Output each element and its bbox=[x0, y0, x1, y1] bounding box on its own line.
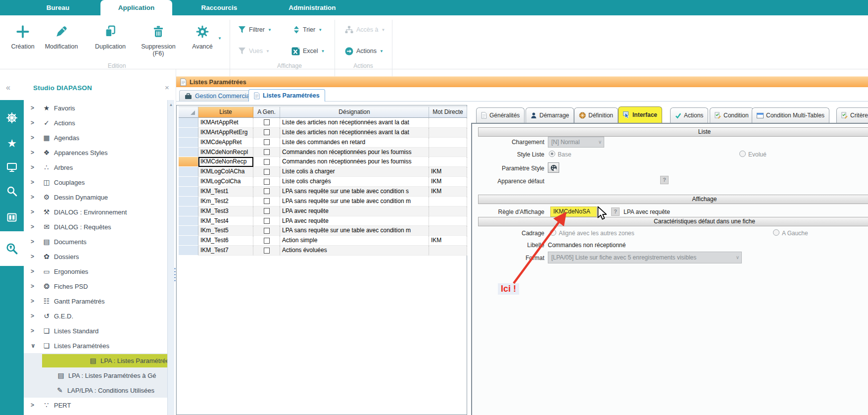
tree-item-pert[interactable]: >∵PERT bbox=[24, 398, 167, 413]
table-row[interactable]: IKMArtAppRetErgListe des articles non ré… bbox=[179, 128, 467, 138]
actions-button[interactable]: Actions▼ bbox=[345, 45, 384, 57]
agen-checkbox[interactable] bbox=[264, 139, 270, 145]
tree-item-gantt-parametres[interactable]: >☷Gantt Paramétrés bbox=[24, 294, 167, 309]
column-header-agen[interactable]: A Gen. bbox=[253, 106, 280, 118]
condition-icon bbox=[841, 112, 848, 119]
scroll-up-icon[interactable]: ▲ bbox=[168, 100, 174, 107]
table-row[interactable]: IKMLogColChaListe colis chargésIKM bbox=[179, 177, 467, 187]
detail-tab-interface[interactable]: Interface bbox=[618, 106, 662, 123]
tree-item-apparences-styles[interactable]: >❖Apparences Styles bbox=[24, 145, 167, 160]
tree-item-agendas[interactable]: >▦Agendas bbox=[24, 130, 167, 145]
columns-icon[interactable] bbox=[0, 206, 24, 229]
table-row[interactable]: IKm_Test2LPA sans requête sur une table … bbox=[179, 197, 467, 207]
group-caption-edition: Edition bbox=[87, 62, 146, 69]
excel-button[interactable]: Excel▼ bbox=[291, 45, 325, 57]
table-row[interactable]: IKMCdeNonRecplCommandes non réceptionnée… bbox=[179, 148, 467, 157]
tree-item-dialog-environnement[interactable]: >⚒DIALOG : Environnement bbox=[24, 205, 167, 219]
apparence-help-button[interactable]: ? bbox=[660, 176, 669, 184]
agen-checkbox[interactable] bbox=[264, 119, 270, 125]
tree-item-lpa-listes-parametrees-a-generer[interactable]: ▤LPA : Listes Paramétrées à Gé bbox=[24, 368, 167, 383]
tree-item-documents[interactable]: >▤Documents bbox=[24, 234, 167, 249]
table-row[interactable]: IKM_Test7Actions évoluées bbox=[179, 246, 467, 256]
table-row-selected[interactable]: IKMCdeNonRecpCommandes non réceptionnées… bbox=[179, 157, 467, 167]
filtrer-button[interactable]: Filtrer▼ bbox=[238, 24, 272, 36]
modification-button[interactable]: Modification bbox=[39, 24, 84, 50]
column-header-liste[interactable]: Liste bbox=[198, 106, 253, 118]
edit-icon: ✎ bbox=[55, 386, 65, 394]
creation-button[interactable]: Création bbox=[5, 24, 40, 50]
detail-tab-demarrage[interactable]: Démarrage bbox=[526, 107, 574, 123]
menu-bureau[interactable]: Bureau bbox=[36, 0, 80, 15]
suppression-button[interactable]: Suppression (F6) bbox=[136, 24, 181, 57]
column-header-mot-directeur[interactable]: Mot Directe bbox=[429, 106, 467, 118]
table-row[interactable]: IKMLogColAChaListe colis à chargerIKM bbox=[179, 167, 467, 177]
agen-checkbox[interactable] bbox=[264, 179, 270, 185]
tree-item-listes-parametrees[interactable]: ∨❏Listes Paramétrées bbox=[24, 338, 167, 353]
agen-checkbox[interactable] bbox=[264, 198, 270, 204]
style-evolue-radio bbox=[739, 151, 746, 157]
avance-button[interactable]: Avancé bbox=[188, 24, 217, 50]
detail-tab-condition[interactable]: Condition bbox=[710, 107, 754, 123]
agen-checkbox[interactable] bbox=[264, 238, 270, 244]
table-header-row: Liste A Gen. Désignation Mot Directe bbox=[179, 106, 467, 118]
chargement-select: [N] Normal∨ bbox=[548, 137, 604, 148]
tree-item-ged[interactable]: >↺G.E.D. bbox=[24, 309, 167, 323]
tree-item-listes-standard[interactable]: >❏Listes Standard bbox=[24, 323, 167, 338]
agen-checkbox[interactable] bbox=[264, 169, 270, 175]
star-icon[interactable]: ★ bbox=[0, 132, 24, 156]
agen-checkbox[interactable] bbox=[264, 248, 270, 254]
agen-checkbox[interactable] bbox=[264, 159, 270, 165]
corner-header-cell[interactable] bbox=[179, 106, 198, 118]
agen-checkbox[interactable] bbox=[264, 208, 270, 214]
menu-administration[interactable]: Administration bbox=[283, 0, 341, 15]
tree-item-dossiers[interactable]: >✿Dossiers bbox=[24, 249, 167, 264]
agen-checkbox[interactable] bbox=[264, 188, 270, 194]
agen-checkbox[interactable] bbox=[264, 228, 270, 234]
duplication-button[interactable]: Duplication bbox=[91, 24, 130, 50]
agen-checkbox[interactable] bbox=[264, 218, 270, 224]
tree-item-dialog-requetes[interactable]: >✉DIALOG : Requêtes bbox=[24, 219, 167, 234]
trier-button[interactable]: Trier▼ bbox=[293, 24, 322, 36]
table-row[interactable]: IKM_Test6Action simpleIKM bbox=[179, 236, 467, 246]
regle-help-button[interactable]: ? bbox=[611, 208, 620, 216]
detail-tab-definition[interactable]: Définition bbox=[574, 107, 618, 123]
tree-item-arbres[interactable]: >∴Arbres bbox=[24, 160, 167, 175]
tree-item-couplages[interactable]: >◫Couplages bbox=[24, 175, 167, 190]
table-row[interactable]: IKM_Test4LPA avec requête bbox=[179, 216, 467, 226]
column-header-designation[interactable]: Désignation bbox=[280, 106, 429, 118]
search-icon[interactable] bbox=[0, 179, 24, 203]
tree-item-fiches-psd[interactable]: >❂Fiches PSD bbox=[24, 279, 167, 294]
helm-icon[interactable] bbox=[0, 106, 24, 130]
detail-tab-generalites[interactable]: Généralités bbox=[476, 107, 525, 123]
detail-tab-actions[interactable]: Actions bbox=[670, 107, 708, 123]
tree-item-dessin-dynamique[interactable]: >⚙Dessin Dynamique bbox=[24, 190, 167, 205]
table-row[interactable]: IKM_Test3LPA avec requête bbox=[179, 207, 467, 216]
tree-item-actions[interactable]: >✓Actions bbox=[24, 115, 167, 130]
monitor-icon[interactable] bbox=[0, 156, 24, 179]
tree-item-favoris[interactable]: >★Favoris bbox=[24, 101, 167, 115]
agen-checkbox[interactable] bbox=[264, 129, 270, 135]
detail-tab-criteres[interactable]: Critères bbox=[836, 107, 868, 123]
menu-raccourcis[interactable]: Raccourcis bbox=[197, 0, 241, 15]
tree-item-ergonomies[interactable]: >▭Ergonomies bbox=[24, 264, 167, 279]
regle-affichage-field[interactable]: IKMCdeNoSA bbox=[550, 207, 597, 217]
tree-scrollbar[interactable]: ▲ bbox=[167, 100, 174, 415]
sidebar-close-icon[interactable]: × bbox=[165, 83, 169, 92]
table-row[interactable]: IKm_Test5LPA sans requête sur une table … bbox=[179, 226, 467, 236]
table-row[interactable]: IKMCdeAppRetListe des commandes en retar… bbox=[179, 138, 467, 148]
avance-dropdown-caret[interactable]: ▼ bbox=[218, 36, 222, 41]
agen-checkbox[interactable] bbox=[264, 149, 270, 155]
tree-item-lap-lpa-conditions-utilisees[interactable]: ✎LAP/LPA : Conditions Utilisées bbox=[24, 383, 167, 398]
tree-item-lpa-listes-parametrees[interactable]: ▤ LPA : Listes Paramétrées bbox=[24, 353, 167, 368]
search-pin-icon[interactable] bbox=[0, 231, 24, 266]
table-row[interactable]: IKM_Test1LPA sans requête sur une table … bbox=[179, 187, 467, 197]
menu-application[interactable]: Application bbox=[100, 0, 172, 15]
parametre-style-button[interactable] bbox=[548, 162, 559, 173]
table-row[interactable]: IKMArtAppRetListe des articles non récep… bbox=[179, 118, 467, 128]
org-tree-icon: ∴ bbox=[42, 163, 51, 171]
tab-listes-parametrees[interactable]: Listes Paramétrées bbox=[248, 89, 325, 102]
libelle-value: Commandes non réceptionné bbox=[548, 242, 626, 249]
sidebar-collapse-button[interactable]: « bbox=[6, 83, 10, 92]
page-icon bbox=[481, 112, 487, 119]
detail-tab-condition-multi-tables[interactable]: Condition Multi-Tables bbox=[752, 107, 829, 123]
